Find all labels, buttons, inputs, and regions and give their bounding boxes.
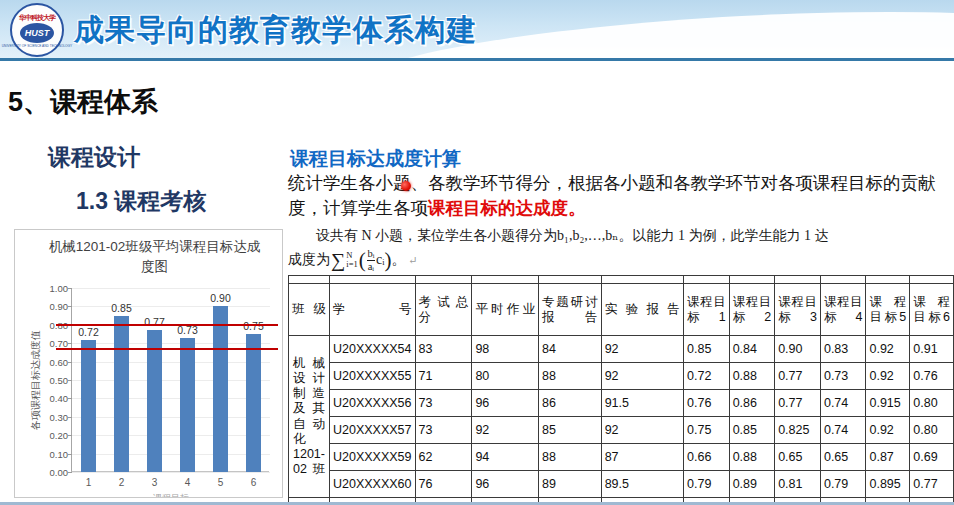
table-cell: 83 <box>415 336 472 363</box>
table-cell: 0.86 <box>729 390 775 417</box>
table-cell: 0.92 <box>866 363 910 390</box>
table-cell: 84 <box>538 336 601 363</box>
y-tick-mark <box>68 306 72 307</box>
table-cell: U20XXXXX55 <box>329 363 415 390</box>
gridline <box>72 454 270 455</box>
table-cell: 0.73 <box>820 363 866 390</box>
achievement-bar-chart: 机械1201-02班级平均课程目标达成度图 各项课程目标达成度值 课程目标 0.… <box>14 229 283 498</box>
partial-cell <box>472 276 539 284</box>
gridline <box>72 472 270 473</box>
bar-value-label: 0.85 <box>105 302 138 314</box>
table-cell: 0.77 <box>775 390 821 417</box>
subheading-course-design: 课程设计 <box>48 142 140 173</box>
table-cell: 0.65 <box>820 444 866 471</box>
formula-open-paren: ( <box>359 250 366 271</box>
table-cell: 92 <box>601 363 683 390</box>
table-row: 机 械 设 计 制 造 及 其 自 动 化 1201- 02班U20XXXXX5… <box>289 336 954 363</box>
subheading-course-assessment: 1.3 课程考核 <box>76 186 206 217</box>
table-cell: U20XXXXX60 <box>329 471 415 498</box>
formula-setup-text: 设共有 N 小题，某位学生各小题得分为b₁,b₂,…,bₙ。以能力 1 为例，此… <box>288 227 952 245</box>
sigma-symbol: ∑ <box>331 250 345 270</box>
table-cell: U20XXXXX56 <box>329 390 415 417</box>
table-cell: U20XXXXX57 <box>329 417 415 444</box>
gridline <box>72 306 270 307</box>
x-tick-label: 3 <box>138 477 171 488</box>
table-cell: 0.65 <box>775 444 821 471</box>
university-logo: 华中科技大学 HUST UNIVERSITY OF SCIENCE AND TE… <box>10 3 64 57</box>
bar-value-label: 0.77 <box>138 316 171 328</box>
table-cell: 73 <box>415 390 472 417</box>
x-tick-label: 2 <box>105 477 138 488</box>
column-header: 平时作业 <box>472 284 539 336</box>
column-header: 课程目标1 <box>684 284 730 336</box>
formula-factor: cᵢ <box>376 252 385 268</box>
table-cell: 0.895 <box>866 471 910 498</box>
chart-bar <box>246 334 261 472</box>
table-cell: 62 <box>415 444 472 471</box>
table-cell: 0.92 <box>866 417 910 444</box>
formula-prefix: 成度为 <box>288 251 330 269</box>
y-tick-label: 0.20 <box>36 430 68 441</box>
column-header: 课程目标3 <box>775 284 821 336</box>
table-cell: 76 <box>415 471 472 498</box>
table-cell: 88 <box>538 363 601 390</box>
table-cell: 92 <box>472 417 539 444</box>
table-cell: 0.77 <box>910 471 954 498</box>
table-cell: 85 <box>538 417 601 444</box>
chart-bar <box>81 340 96 472</box>
table-cell: 0.84 <box>729 336 775 363</box>
table-cell: 71 <box>415 363 472 390</box>
table-cell: 0.91 <box>910 336 954 363</box>
y-tick-mark <box>68 288 72 289</box>
table-cell: 0.80 <box>910 390 954 417</box>
class-name-cell: 机 械 设 计 制 造 及 其 自 动 化 1201- 02班 <box>289 336 330 498</box>
table-cell: 0.80 <box>910 417 954 444</box>
bar-value-label: 0.90 <box>204 292 237 304</box>
chart-bar <box>114 316 129 472</box>
gridline <box>72 380 270 381</box>
table-cell: 0.87 <box>866 444 910 471</box>
table-cell: 0.74 <box>820 417 866 444</box>
x-tick-label: 5 <box>204 477 237 488</box>
chart-bar <box>213 306 228 472</box>
table-cell: 87 <box>601 444 683 471</box>
gridline <box>72 362 270 363</box>
table-cell: 0.85 <box>729 417 775 444</box>
y-tick-mark <box>68 435 72 436</box>
column-header: 班级 <box>289 284 330 336</box>
description-text: 统计学生各小题、各教学环节得分，根据各小题和各教学环节对各项课程目标的贡献度，计… <box>288 173 936 218</box>
y-tick-mark <box>68 343 72 344</box>
bar-value-label: 0.72 <box>72 326 105 338</box>
slide-title: 成果导向的教育教学体系构建 <box>74 10 477 51</box>
line-break-mark: ↵ <box>409 254 418 267</box>
y-tick-label: 0.10 <box>36 449 68 460</box>
gridline <box>72 435 270 436</box>
gridline <box>72 398 270 399</box>
table-row: U20XXXXX5673968691.50.760.860.770.740.91… <box>289 390 954 417</box>
table-cell: 0.83 <box>820 336 866 363</box>
y-tick-label: 0.00 <box>36 467 68 478</box>
table-cell: 98 <box>472 336 539 363</box>
y-tick-label: 1.00 <box>36 283 68 294</box>
table-cell: 0.88 <box>729 363 775 390</box>
table-cell: U20XXXXX54 <box>329 336 415 363</box>
y-tick-label: 0.60 <box>36 357 68 368</box>
table-cell: 94 <box>472 444 539 471</box>
partial-cell <box>684 276 730 284</box>
table-cell: 0.72 <box>684 363 730 390</box>
table-cell: 0.77 <box>775 363 821 390</box>
x-tick-label: 4 <box>171 477 204 488</box>
table-cell: 0.85 <box>684 336 730 363</box>
table-cell: 0.79 <box>684 471 730 498</box>
column-header: 学号 <box>329 284 415 336</box>
column-header: 实验报告 <box>601 284 683 336</box>
table-cell: 0.79 <box>820 471 866 498</box>
reference-line <box>56 324 278 326</box>
table-cell: 0.88 <box>729 444 775 471</box>
table-cell: 0.89 <box>729 471 775 498</box>
column-header: 专题研讨报告 <box>538 284 601 336</box>
y-tick-label: 0.50 <box>36 375 68 386</box>
table-cell: 0.825 <box>775 417 821 444</box>
table-row: U20XXXXX55718088920.720.880.770.730.920.… <box>289 363 954 390</box>
description-highlight-red: 课程目标的达成度。 <box>428 198 586 218</box>
